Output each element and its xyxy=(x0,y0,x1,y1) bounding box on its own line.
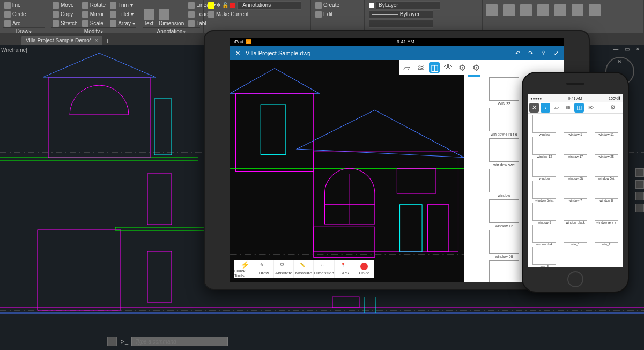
new-tab-button[interactable]: + xyxy=(106,36,110,45)
iphone-block-13[interactable]: window black xyxy=(560,203,591,224)
ipad-canvas[interactable]: ⚡Quick Tools ✎Draw 🗨Annotate 📏Measure ↔D… xyxy=(230,60,464,282)
ribbon-draw-arc[interactable]: Arc xyxy=(3,19,27,27)
misc-icon-5[interactable] xyxy=(554,4,566,16)
block-label: window 8 xyxy=(599,199,613,202)
cmd-menu-button[interactable] xyxy=(107,337,117,346)
iphone-block-6[interactable]: window xyxy=(529,159,560,180)
block-label: window xyxy=(539,133,550,136)
ipad-tool-quicktools[interactable]: ⚡Quick Tools xyxy=(234,260,254,278)
iphone-settings-icon[interactable]: ⚙ xyxy=(608,103,618,113)
ipad-side-view[interactable]: ▱ xyxy=(401,62,412,73)
iphone-block-7[interactable]: window 5ft xyxy=(560,159,591,180)
iphone-home-button[interactable] xyxy=(567,271,583,287)
iphone-block-1[interactable]: window 1 xyxy=(560,115,591,136)
create-button[interactable]: Create xyxy=(314,1,340,9)
ipad-bottom-toolbar: ⚡Quick Tools ✎Draw 🗨Annotate 📏Measure ↔D… xyxy=(234,260,374,278)
ribbon-scale[interactable]: Scale xyxy=(81,19,107,27)
ipad-tool-measure[interactable]: 📏Measure xyxy=(294,260,314,278)
ipad-block-4[interactable]: win dow swe xyxy=(485,137,523,167)
ipad-block-10[interactable]: window 5ft xyxy=(485,229,523,258)
bylayer-type[interactable] xyxy=(368,19,441,27)
misc-icon-1[interactable] xyxy=(486,4,498,16)
ipad-tool-color[interactable]: Color xyxy=(354,260,374,278)
iphone-block-8[interactable]: window 5st xyxy=(591,159,621,180)
ipad-close-icon[interactable]: ✕ xyxy=(234,49,241,57)
iphone-block-3[interactable]: window 12 xyxy=(529,137,560,158)
ipad-side-visibility[interactable]: 👁 xyxy=(443,62,454,73)
ipad-block-0[interactable]: WIN 22 xyxy=(485,76,523,106)
layer-selector[interactable]: ❄ 🔓 xyxy=(207,1,302,9)
ribbon-array[interactable]: Array ▾ xyxy=(109,19,136,27)
ipad-side-sliders[interactable]: ⚙ xyxy=(457,62,468,73)
misc-icon-6[interactable] xyxy=(572,4,583,16)
misc-icon-4[interactable] xyxy=(537,4,549,16)
linetype-input[interactable] xyxy=(369,19,433,28)
ribbon-fillet[interactable]: Fillet ▾ xyxy=(109,10,136,18)
doc-tab[interactable]: Villa Project Sample Demo* × xyxy=(21,36,102,45)
ipad-tool-gps[interactable]: 📍GPS xyxy=(335,260,354,278)
ipad-block-12[interactable]: window 7 xyxy=(485,259,523,282)
leader-icon xyxy=(188,11,195,18)
iphone-block-18[interactable]: win_3 xyxy=(529,247,560,267)
ipad-block-6[interactable]: window xyxy=(485,168,523,197)
iphone-block-0[interactable]: window xyxy=(529,115,560,136)
block-thumb xyxy=(532,181,556,199)
iphone-block-11[interactable]: window 8 xyxy=(591,181,621,202)
iphone-eye-icon[interactable]: 👁 xyxy=(586,103,595,113)
iphone-block-14[interactable]: window re e e xyxy=(591,203,621,224)
misc-icon-3[interactable] xyxy=(520,4,532,16)
iphone-block-2[interactable]: window 11 xyxy=(591,115,621,136)
expand-icon[interactable]: ⤢ xyxy=(552,49,560,57)
misc-icon-7[interactable] xyxy=(589,4,601,16)
iphone-block-5[interactable]: window 25 xyxy=(591,137,621,158)
iphone-layers-icon[interactable]: ≋ xyxy=(563,103,573,113)
iphone-block-10[interactable]: window 7 xyxy=(560,181,591,202)
ribbon-draw-circle[interactable]: Circle xyxy=(3,10,27,18)
iphone-speaker xyxy=(566,83,584,85)
bylayer-line[interactable] xyxy=(368,10,441,18)
iphone-block-16[interactable]: win_1 xyxy=(560,225,591,246)
ipad-block-2[interactable]: win dow e re r e xyxy=(485,107,523,136)
iphone-block-17[interactable]: win_2 xyxy=(591,225,621,246)
ipad-side-blocks[interactable]: ◫ xyxy=(429,62,440,73)
iphone-view-icon[interactable]: ▱ xyxy=(552,103,561,113)
edit-button[interactable]: Edit xyxy=(314,10,340,18)
iphone-block-9[interactable]: window 6stst xyxy=(529,181,560,202)
ipad-tool-dimension[interactable]: ↔Dimension xyxy=(314,260,335,278)
redo-icon[interactable]: ↷ xyxy=(527,49,534,57)
bylayer-color[interactable] xyxy=(368,1,441,9)
iphone-blocks-icon[interactable]: ◫ xyxy=(574,103,584,113)
ipad-side-layers[interactable]: ≋ xyxy=(415,62,426,73)
ribbon-stretch[interactable]: Stretch xyxy=(51,19,79,27)
ipad-tool-draw[interactable]: ✎Draw xyxy=(254,260,274,278)
ribbon-trim[interactable]: Trim ▾ xyxy=(109,1,136,9)
ipad-tool-annotate[interactable]: 🗨Annotate xyxy=(274,260,294,278)
bylayer-input[interactable] xyxy=(376,1,440,10)
iphone-block-grid[interactable]: windowwindow 1window 11window 12window 1… xyxy=(528,114,623,267)
iphone-sliders-icon[interactable]: ≡ xyxy=(597,103,606,113)
ipad-block-8[interactable]: window 12 xyxy=(485,198,523,228)
iphone-block-4[interactable]: window 17 xyxy=(560,137,591,158)
lineweight-input[interactable] xyxy=(369,10,433,19)
iphone-close-icon[interactable]: ✕ xyxy=(529,103,539,113)
ribbon-move[interactable]: Move xyxy=(51,1,79,9)
iphone-block-15[interactable]: window rbrkl xyxy=(529,225,560,246)
ribbon-copy[interactable]: Copy xyxy=(51,10,79,18)
doc-tab-close[interactable]: × xyxy=(95,38,98,43)
share-icon[interactable]: ⇪ xyxy=(539,49,547,57)
iphone-expand-arrow[interactable]: › xyxy=(541,103,550,113)
ribbon-text[interactable] xyxy=(143,10,156,18)
ribbon-rotate[interactable]: Rotate xyxy=(81,1,107,9)
ribbon-draw-line[interactable]: line xyxy=(3,1,27,9)
block-label: win_3 xyxy=(540,265,549,267)
iphone-block-12[interactable]: window 9 xyxy=(529,203,560,224)
ribbon-dimension[interactable] xyxy=(158,10,185,18)
misc-icon-2[interactable] xyxy=(503,4,515,16)
ribbon-mirror[interactable]: Mirror xyxy=(81,10,107,18)
ipad-side-settings[interactable]: ⚙ xyxy=(471,62,482,73)
command-input[interactable] xyxy=(131,337,228,346)
undo-icon[interactable]: ↶ xyxy=(514,49,521,57)
current-layer-input[interactable] xyxy=(237,1,301,10)
make-current-button[interactable]: Make Current xyxy=(207,10,302,18)
block-thumb xyxy=(564,203,587,221)
